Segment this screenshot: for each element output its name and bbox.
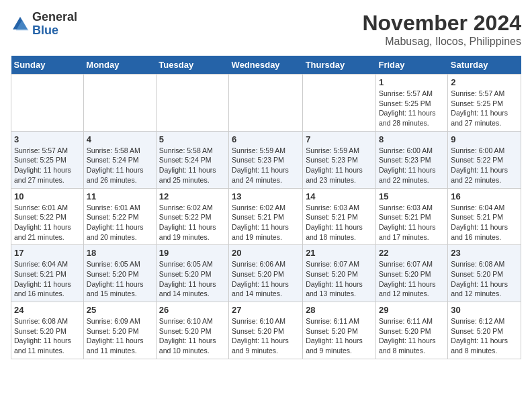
logo-general-text: General (32, 10, 77, 24)
calendar-cell: 16Sunrise: 6:04 AM Sunset: 5:21 PM Dayli… (448, 188, 521, 245)
calendar-week-row: 3Sunrise: 5:57 AM Sunset: 5:25 PM Daylig… (11, 131, 521, 188)
location-subtitle: Mabusag, Ilocos, Philippines (362, 36, 521, 48)
day-number: 4 (87, 134, 153, 144)
calendar-cell (156, 75, 228, 132)
cell-info: Sunrise: 6:10 AM Sunset: 5:20 PM Dayligh… (159, 316, 226, 356)
day-number: 5 (159, 134, 226, 144)
cell-info: Sunrise: 6:05 AM Sunset: 5:20 PM Dayligh… (159, 259, 226, 299)
cell-info: Sunrise: 6:06 AM Sunset: 5:20 PM Dayligh… (232, 259, 300, 299)
calendar-cell: 10Sunrise: 6:01 AM Sunset: 5:22 PM Dayli… (11, 188, 84, 245)
calendar-cell (229, 75, 303, 132)
cell-info: Sunrise: 5:59 AM Sunset: 5:23 PM Dayligh… (306, 146, 373, 185)
calendar-cell (303, 75, 376, 132)
cell-info: Sunrise: 5:58 AM Sunset: 5:24 PM Dayligh… (159, 146, 226, 185)
calendar-cell: 2Sunrise: 5:57 AM Sunset: 5:25 PM Daylig… (448, 75, 521, 132)
day-number: 13 (232, 191, 300, 201)
calendar-cell: 17Sunrise: 6:04 AM Sunset: 5:21 PM Dayli… (11, 245, 84, 302)
cell-info: Sunrise: 6:12 AM Sunset: 5:20 PM Dayligh… (451, 316, 518, 356)
cell-info: Sunrise: 6:04 AM Sunset: 5:21 PM Dayligh… (14, 259, 81, 299)
day-number: 1 (379, 77, 445, 87)
page-header: General Blue November 2024 Mabusag, Iloc… (11, 11, 521, 48)
calendar-cell: 12Sunrise: 6:02 AM Sunset: 5:22 PM Dayli… (156, 188, 228, 245)
cell-info: Sunrise: 6:07 AM Sunset: 5:20 PM Dayligh… (379, 259, 445, 299)
column-header-sunday: Sunday (11, 56, 84, 75)
cell-info: Sunrise: 6:03 AM Sunset: 5:21 PM Dayligh… (306, 203, 373, 242)
calendar-cell: 4Sunrise: 5:58 AM Sunset: 5:24 PM Daylig… (83, 131, 156, 188)
cell-info: Sunrise: 6:08 AM Sunset: 5:20 PM Dayligh… (14, 316, 81, 356)
calendar-cell: 18Sunrise: 6:05 AM Sunset: 5:20 PM Dayli… (83, 245, 156, 302)
cell-info: Sunrise: 5:57 AM Sunset: 5:25 PM Dayligh… (379, 89, 445, 128)
column-header-monday: Monday (83, 56, 156, 75)
day-number: 11 (87, 191, 153, 201)
cell-info: Sunrise: 6:05 AM Sunset: 5:20 PM Dayligh… (87, 259, 153, 299)
cell-info: Sunrise: 6:03 AM Sunset: 5:21 PM Dayligh… (379, 203, 445, 242)
day-number: 8 (379, 134, 445, 144)
day-number: 23 (451, 248, 518, 258)
logo-blue-text: Blue (32, 24, 58, 37)
calendar-cell: 3Sunrise: 5:57 AM Sunset: 5:25 PM Daylig… (11, 131, 84, 188)
day-number: 6 (232, 134, 300, 144)
day-number: 30 (451, 305, 518, 315)
cell-info: Sunrise: 6:04 AM Sunset: 5:21 PM Dayligh… (451, 203, 518, 242)
day-number: 18 (87, 248, 153, 258)
cell-info: Sunrise: 5:57 AM Sunset: 5:25 PM Dayligh… (451, 89, 518, 128)
day-number: 19 (159, 248, 226, 258)
column-header-thursday: Thursday (303, 56, 376, 75)
calendar-cell (83, 75, 156, 132)
calendar-cell: 7Sunrise: 5:59 AM Sunset: 5:23 PM Daylig… (303, 131, 376, 188)
day-number: 3 (14, 134, 81, 144)
calendar-cell: 13Sunrise: 6:02 AM Sunset: 5:21 PM Dayli… (229, 188, 303, 245)
calendar-cell: 27Sunrise: 6:10 AM Sunset: 5:20 PM Dayli… (229, 302, 303, 359)
day-number: 28 (306, 305, 373, 315)
cell-info: Sunrise: 6:11 AM Sunset: 5:20 PM Dayligh… (379, 316, 445, 356)
logo: General Blue (11, 11, 77, 38)
calendar-cell: 25Sunrise: 6:09 AM Sunset: 5:20 PM Dayli… (83, 302, 156, 359)
day-number: 10 (14, 191, 81, 201)
cell-info: Sunrise: 5:59 AM Sunset: 5:23 PM Dayligh… (232, 146, 300, 185)
calendar-week-row: 10Sunrise: 6:01 AM Sunset: 5:22 PM Dayli… (11, 188, 521, 245)
calendar-week-row: 24Sunrise: 6:08 AM Sunset: 5:20 PM Dayli… (11, 302, 521, 359)
day-number: 20 (232, 248, 300, 258)
cell-info: Sunrise: 6:01 AM Sunset: 5:22 PM Dayligh… (14, 203, 81, 242)
cell-info: Sunrise: 6:10 AM Sunset: 5:20 PM Dayligh… (232, 316, 300, 356)
cell-info: Sunrise: 5:57 AM Sunset: 5:25 PM Dayligh… (14, 146, 81, 185)
calendar-cell: 11Sunrise: 6:01 AM Sunset: 5:22 PM Dayli… (83, 188, 156, 245)
calendar-cell: 15Sunrise: 6:03 AM Sunset: 5:21 PM Dayli… (375, 188, 447, 245)
day-number: 12 (159, 191, 226, 201)
cell-info: Sunrise: 6:11 AM Sunset: 5:20 PM Dayligh… (306, 316, 373, 356)
calendar-cell: 14Sunrise: 6:03 AM Sunset: 5:21 PM Dayli… (303, 188, 376, 245)
calendar-cell: 5Sunrise: 5:58 AM Sunset: 5:24 PM Daylig… (156, 131, 228, 188)
day-number: 7 (306, 134, 373, 144)
calendar-week-row: 1Sunrise: 5:57 AM Sunset: 5:25 PM Daylig… (11, 75, 521, 132)
cell-info: Sunrise: 6:02 AM Sunset: 5:21 PM Dayligh… (232, 203, 300, 242)
calendar-cell: 29Sunrise: 6:11 AM Sunset: 5:20 PM Dayli… (375, 302, 447, 359)
calendar-cell: 23Sunrise: 6:08 AM Sunset: 5:20 PM Dayli… (448, 245, 521, 302)
day-number: 25 (87, 305, 153, 315)
cell-info: Sunrise: 6:00 AM Sunset: 5:23 PM Dayligh… (379, 146, 445, 185)
day-number: 29 (379, 305, 445, 315)
column-header-saturday: Saturday (448, 56, 521, 75)
day-number: 17 (14, 248, 81, 258)
cell-info: Sunrise: 6:07 AM Sunset: 5:20 PM Dayligh… (306, 259, 373, 299)
column-header-tuesday: Tuesday (156, 56, 228, 75)
cell-info: Sunrise: 6:09 AM Sunset: 5:20 PM Dayligh… (87, 316, 153, 356)
day-number: 24 (14, 305, 81, 315)
cell-info: Sunrise: 6:00 AM Sunset: 5:22 PM Dayligh… (451, 146, 518, 185)
calendar-cell: 28Sunrise: 6:11 AM Sunset: 5:20 PM Dayli… (303, 302, 376, 359)
cell-info: Sunrise: 6:01 AM Sunset: 5:22 PM Dayligh… (87, 203, 153, 242)
day-number: 15 (379, 191, 445, 201)
logo-icon (11, 15, 30, 34)
day-number: 9 (451, 134, 518, 144)
day-number: 2 (451, 77, 518, 87)
day-number: 14 (306, 191, 373, 201)
calendar-cell: 22Sunrise: 6:07 AM Sunset: 5:20 PM Dayli… (375, 245, 447, 302)
day-number: 26 (159, 305, 226, 315)
calendar-cell: 1Sunrise: 5:57 AM Sunset: 5:25 PM Daylig… (375, 75, 447, 132)
calendar-cell: 26Sunrise: 6:10 AM Sunset: 5:20 PM Dayli… (156, 302, 228, 359)
calendar-cell: 24Sunrise: 6:08 AM Sunset: 5:20 PM Dayli… (11, 302, 84, 359)
calendar-header-row: SundayMondayTuesdayWednesdayThursdayFrid… (11, 56, 521, 75)
title-section: November 2024 Mabusag, Ilocos, Philippin… (362, 11, 521, 48)
day-number: 21 (306, 248, 373, 258)
calendar-cell: 21Sunrise: 6:07 AM Sunset: 5:20 PM Dayli… (303, 245, 376, 302)
calendar-week-row: 17Sunrise: 6:04 AM Sunset: 5:21 PM Dayli… (11, 245, 521, 302)
